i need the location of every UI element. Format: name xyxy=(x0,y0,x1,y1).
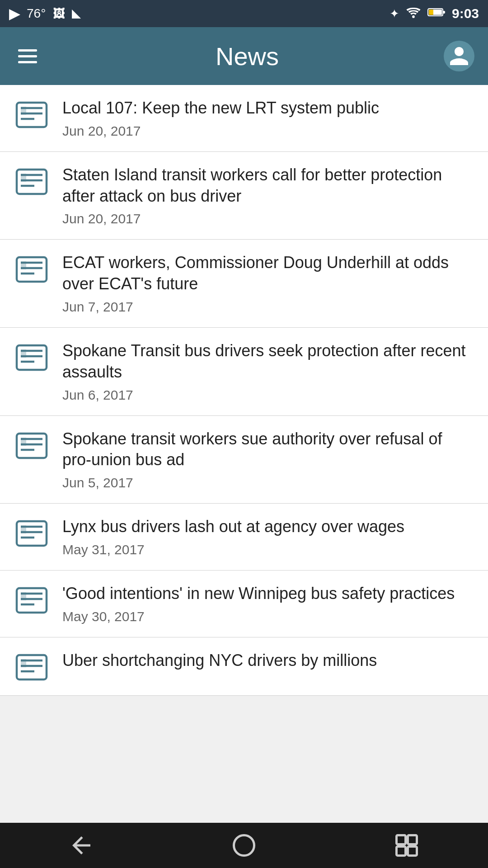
news-content: Spokane transit workers sue authority ov… xyxy=(62,429,474,491)
svg-rect-46 xyxy=(397,835,406,844)
svg-rect-4 xyxy=(429,9,433,15)
news-item[interactable]: Spokane Transit bus drivers seek protect… xyxy=(0,328,488,416)
news-date: May 31, 2017 xyxy=(62,542,474,557)
bluetooth-icon: ✦ xyxy=(389,7,399,21)
svg-rect-29 xyxy=(21,438,26,446)
svg-rect-19 xyxy=(21,261,26,269)
news-list: Local 107: Keep the new LRT system publi… xyxy=(0,85,488,696)
news-date: Jun 6, 2017 xyxy=(62,387,474,403)
news-title: Local 107: Keep the new LRT system publi… xyxy=(62,98,474,119)
page-title: News xyxy=(216,42,279,71)
temperature: 76° xyxy=(27,6,46,21)
wifi-icon xyxy=(406,6,421,22)
gallery-icon: 🖼 xyxy=(53,7,65,21)
news-item[interactable]: 'Good intentions' in new Winnipeg bus sa… xyxy=(0,571,488,637)
news-article-icon xyxy=(14,652,50,683)
news-item[interactable]: Uber shortchanging NYC drivers by millio… xyxy=(0,637,488,696)
status-bar-right: ✦ 9:03 xyxy=(389,6,479,22)
svg-point-0 xyxy=(412,15,415,18)
profile-button[interactable] xyxy=(444,41,474,71)
svg-rect-48 xyxy=(408,835,417,844)
svg-rect-44 xyxy=(21,659,26,667)
news-date: Jun 7, 2017 xyxy=(62,299,474,315)
news-title: Spokane transit workers sue authority ov… xyxy=(62,429,474,471)
svg-rect-2 xyxy=(443,11,445,14)
news-article-icon xyxy=(14,430,50,461)
svg-rect-49 xyxy=(408,847,417,856)
news-item[interactable]: Lynx bus drivers lash out at agency over… xyxy=(0,504,488,571)
news-title: Lynx bus drivers lash out at agency over… xyxy=(62,516,474,538)
news-title: 'Good intentions' in new Winnipeg bus sa… xyxy=(62,583,474,604)
back-button[interactable] xyxy=(54,827,108,863)
news-title: Uber shortchanging NYC drivers by millio… xyxy=(62,650,474,671)
time: 9:03 xyxy=(452,6,479,21)
battery-icon xyxy=(427,7,446,21)
news-article-icon xyxy=(14,342,50,373)
news-item[interactable]: Local 107: Keep the new LRT system publi… xyxy=(0,85,488,152)
home-button[interactable] xyxy=(217,827,271,863)
news-item[interactable]: Staten Island transit workers call for b… xyxy=(0,152,488,240)
status-bar-left: ▶ 76° 🖼 ◣ xyxy=(9,6,80,22)
news-item[interactable]: Spokane transit workers sue authority ov… xyxy=(0,416,488,504)
news-content: 'Good intentions' in new Winnipeg bus sa… xyxy=(62,583,474,624)
news-article-icon xyxy=(14,99,50,130)
news-title: Staten Island transit workers call for b… xyxy=(62,165,474,207)
news-article-icon xyxy=(14,585,50,616)
news-content: Spokane Transit bus drivers seek protect… xyxy=(62,340,474,403)
news-content: Lynx bus drivers lash out at agency over… xyxy=(62,516,474,557)
svg-rect-39 xyxy=(21,592,26,600)
news-content: Staten Island transit workers call for b… xyxy=(62,165,474,227)
toolbar: News xyxy=(0,27,488,85)
menu-button[interactable] xyxy=(14,45,42,68)
svg-point-45 xyxy=(234,835,254,856)
bottom-navigation xyxy=(0,823,488,868)
pandora-icon: ▶ xyxy=(9,6,19,22)
status-bar: ▶ 76° 🖼 ◣ ✦ 9:03 xyxy=(0,0,488,27)
news-article-icon xyxy=(14,254,50,285)
svg-rect-14 xyxy=(21,174,26,182)
recent-apps-button[interactable] xyxy=(380,827,434,863)
news-title: Spokane Transit bus drivers seek protect… xyxy=(62,340,474,383)
news-date: Jun 20, 2017 xyxy=(62,211,474,226)
svg-rect-47 xyxy=(397,847,406,856)
news-article-icon xyxy=(14,518,50,549)
news-date: May 30, 2017 xyxy=(62,609,474,624)
news-title: ECAT workers, Commissioner Doug Underhil… xyxy=(62,252,474,295)
svg-rect-34 xyxy=(21,525,26,533)
signal-icon: ◣ xyxy=(72,7,80,20)
news-article-icon xyxy=(14,166,50,197)
svg-rect-24 xyxy=(21,349,26,358)
news-date: Jun 20, 2017 xyxy=(62,123,474,139)
news-content: Uber shortchanging NYC drivers by millio… xyxy=(62,650,474,676)
news-content: ECAT workers, Commissioner Doug Underhil… xyxy=(62,252,474,315)
news-item[interactable]: ECAT workers, Commissioner Doug Underhil… xyxy=(0,240,488,328)
news-content: Local 107: Keep the new LRT system publi… xyxy=(62,98,474,139)
news-date: Jun 5, 2017 xyxy=(62,475,474,491)
svg-rect-9 xyxy=(21,107,26,115)
